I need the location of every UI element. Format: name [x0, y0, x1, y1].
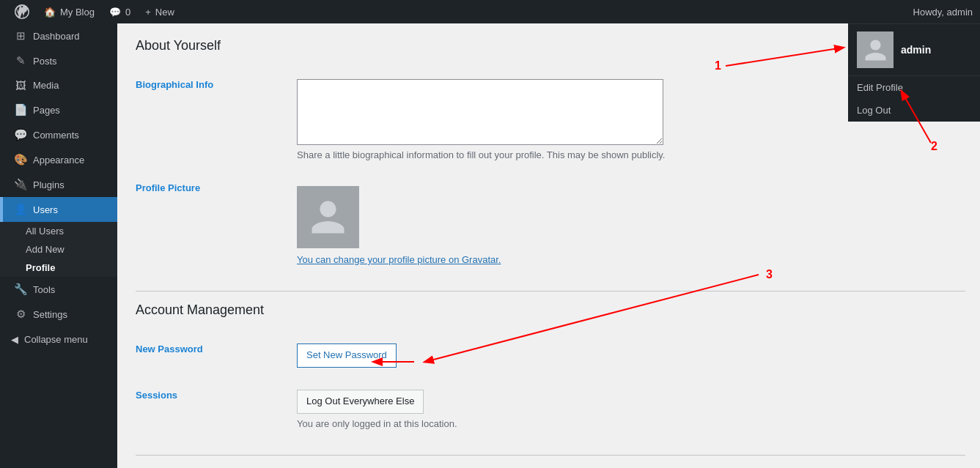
- about-section-title: About Yourself: [136, 38, 965, 57]
- settings-icon: ⚙: [14, 308, 27, 321]
- sidebar-item-pages[interactable]: 📄 Pages: [0, 97, 117, 122]
- bio-row: Biographical Info Share a little biograp…: [136, 68, 965, 171]
- sessions-description: You are only logged in at this location.: [297, 418, 965, 429]
- sessions-label: Sessions: [136, 390, 177, 401]
- sidebar-item-label: Pages: [33, 105, 60, 116]
- site-name-item[interactable]: 🏠 My Blog: [37, 0, 102, 23]
- section-divider-2: [136, 455, 965, 456]
- profile-avatar-icon: [308, 197, 348, 237]
- new-content-item[interactable]: + New: [138, 0, 182, 23]
- comments-item[interactable]: 💬 0: [102, 0, 138, 23]
- plus-icon: +: [145, 7, 151, 18]
- sidebar: ⊞ Dashboard ✎ Posts 🖼 Media 📄 Pages 💬 Co…: [0, 23, 117, 468]
- profile-picture-container: You can change your profile picture on G…: [297, 186, 965, 265]
- bio-description: Share a little biographical information …: [297, 149, 965, 160]
- sidebar-item-appearance[interactable]: 🎨 Appearance: [0, 147, 117, 172]
- sessions-row: Sessions Log Out Everywhere Else You are…: [136, 379, 965, 440]
- edit-profile-link[interactable]: Edit Profile: [848, 76, 980, 99]
- pages-icon: 📄: [14, 103, 27, 116]
- users-submenu: All Users Add New Profile: [0, 222, 117, 277]
- home-icon: 🏠: [44, 7, 56, 18]
- bio-textarea[interactable]: [297, 79, 663, 145]
- users-icon: 👤: [14, 203, 27, 216]
- new-password-label: New Password: [136, 343, 203, 354]
- submenu-add-new[interactable]: Add New: [0, 240, 117, 259]
- sidebar-item-label: Media: [33, 80, 59, 91]
- dropdown-avatar: [857, 31, 894, 68]
- sidebar-item-label: Tools: [33, 284, 55, 295]
- bio-label: Biographical Info: [136, 79, 213, 90]
- dashboard-icon: ⊞: [14, 29, 27, 42]
- howdy-text[interactable]: Howdy, admin: [913, 7, 973, 18]
- sidebar-item-users[interactable]: 👤 Users: [0, 197, 117, 222]
- sidebar-item-plugins[interactable]: 🔌 Plugins: [0, 172, 117, 197]
- wp-logo-item[interactable]: [7, 0, 37, 23]
- section-divider-1: [136, 291, 965, 291]
- submenu-profile[interactable]: Profile: [0, 259, 117, 277]
- sidebar-item-label: Settings: [33, 309, 67, 320]
- set-new-password-button[interactable]: Set New Password: [297, 343, 397, 368]
- sidebar-item-tools[interactable]: 🔧 Tools: [0, 277, 117, 302]
- dropdown-header: admin: [848, 24, 980, 76]
- app-wrapper: ⊞ Dashboard ✎ Posts 🖼 Media 📄 Pages 💬 Co…: [0, 23, 980, 468]
- sidebar-item-dashboard[interactable]: ⊞ Dashboard: [0, 23, 117, 48]
- sidebar-item-media[interactable]: 🖼 Media: [0, 73, 117, 97]
- posts-icon: ✎: [14, 54, 27, 67]
- dropdown-username: admin: [901, 44, 931, 56]
- profile-picture-row: Profile Picture You can change your prof…: [136, 171, 965, 276]
- sidebar-item-label: Users: [33, 204, 58, 215]
- media-icon: 🖼: [14, 79, 27, 92]
- sidebar-item-label: Posts: [33, 56, 57, 67]
- logout-everywhere-button[interactable]: Log Out Everywhere Else: [297, 390, 424, 414]
- admin-bar: 🏠 My Blog 💬 0 + New Howdy, admin: [0, 0, 980, 23]
- comments-icon: 💬: [14, 128, 27, 141]
- about-form-table: Biographical Info Share a little biograp…: [136, 68, 965, 276]
- collapse-menu-item[interactable]: ◀ Collapse menu: [0, 327, 117, 352]
- sidebar-item-label: Appearance: [33, 155, 84, 166]
- new-password-row: New Password Set New Password: [136, 333, 965, 379]
- admin-dropdown: admin Edit Profile Log Out: [848, 23, 980, 122]
- appearance-icon: 🎨: [14, 153, 27, 166]
- sidebar-item-label: Dashboard: [33, 31, 80, 42]
- avatar-icon: [863, 37, 888, 63]
- site-name: My Blog: [60, 7, 95, 18]
- collapse-label: Collapse menu: [24, 334, 88, 345]
- wp-logo-icon: [15, 4, 29, 19]
- sidebar-item-comments[interactable]: 💬 Comments: [0, 122, 117, 147]
- account-form-table: New Password Set New Password Sessions L…: [136, 333, 965, 440]
- sidebar-item-label: Comments: [33, 130, 79, 141]
- gravatar-link[interactable]: You can change your profile picture on G…: [297, 254, 501, 265]
- sidebar-item-posts[interactable]: ✎ Posts: [0, 48, 117, 73]
- collapse-icon: ◀: [11, 334, 18, 345]
- account-section-title: Account Management: [136, 302, 965, 322]
- profile-picture-label: Profile Picture: [136, 182, 200, 193]
- new-label: New: [155, 7, 174, 18]
- comments-count: 0: [125, 7, 130, 18]
- sidebar-item-settings[interactable]: ⚙ Settings: [0, 302, 117, 327]
- tools-icon: 🔧: [14, 283, 27, 296]
- profile-avatar: [297, 186, 359, 248]
- comment-icon: 💬: [109, 7, 121, 18]
- sidebar-item-label: Plugins: [33, 179, 65, 190]
- submenu-all-users[interactable]: All Users: [0, 222, 117, 240]
- logout-link[interactable]: Log Out: [848, 99, 980, 122]
- plugins-icon: 🔌: [14, 178, 27, 191]
